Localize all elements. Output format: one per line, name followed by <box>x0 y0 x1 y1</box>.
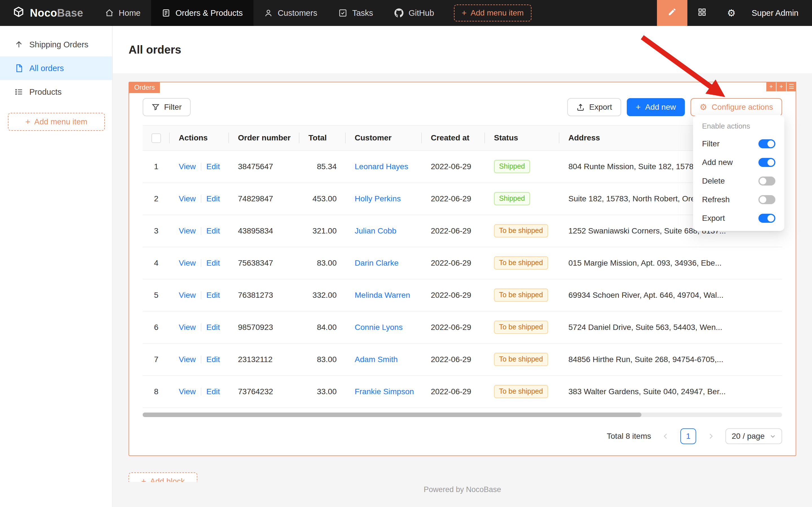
edit-link[interactable]: Edit <box>207 355 220 364</box>
dropdown-item-refresh[interactable]: Refresh <box>695 190 782 209</box>
brand: NocoBase <box>0 6 95 20</box>
block-menu-icon[interactable]: ☰ <box>787 82 796 91</box>
edit-link[interactable]: Edit <box>207 387 220 396</box>
customer-link[interactable]: Connie Lyons <box>355 323 403 332</box>
pagination: Total 8 items 1 20 / page <box>143 428 782 444</box>
status-badge: To be shipped <box>494 288 548 302</box>
table-row: 8 ViewEdit 73764232 33.00 Frankie Simpso… <box>143 376 782 408</box>
edit-link[interactable]: Edit <box>207 291 220 300</box>
orders-icon <box>162 9 170 17</box>
configure-actions-dropdown: Enable actions Filter Add new Delete Ref… <box>693 115 785 231</box>
status-badge: To be shipped <box>494 256 548 270</box>
filter-icon <box>152 103 160 111</box>
column-header-created-at: Created at <box>422 125 485 151</box>
customer-link[interactable]: Adam Smith <box>355 355 398 364</box>
add-new-button[interactable]: + Add new <box>627 98 685 116</box>
dropdown-item-add-new[interactable]: Add new <box>695 153 782 172</box>
filter-toggle[interactable] <box>758 139 775 148</box>
column-header-status: Status <box>485 125 559 151</box>
customer-link[interactable]: Julian Cobb <box>355 226 396 235</box>
view-link[interactable]: View <box>179 226 196 235</box>
plugins-grid-button[interactable] <box>687 0 717 26</box>
export-icon <box>576 103 585 111</box>
column-header-customer: Customer <box>346 125 422 151</box>
grid-icon <box>698 8 706 19</box>
refresh-toggle[interactable] <box>758 195 775 204</box>
horizontal-scrollbar[interactable] <box>143 412 782 417</box>
plus-icon: + <box>462 9 467 17</box>
export-toggle[interactable] <box>758 214 775 223</box>
plus-icon: + <box>25 118 31 126</box>
view-link[interactable]: View <box>179 162 196 171</box>
page-header: All orders <box>113 26 812 73</box>
column-header-order-number: Order number <box>229 125 299 151</box>
plus-icon: + <box>636 103 641 111</box>
table-row: 5 ViewEdit 76381273 332.00 Melinda Warre… <box>143 279 782 311</box>
sidebar-add-menu-item-button[interactable]: + Add menu item <box>8 113 105 131</box>
select-all-checkbox[interactable] <box>152 133 161 143</box>
table-row: 1 ViewEdit 38475647 85.34 Leonard Hayes … <box>143 151 782 183</box>
export-button[interactable]: Export <box>567 98 621 116</box>
delete-toggle[interactable] <box>758 176 775 185</box>
page-number-button[interactable]: 1 <box>680 428 696 444</box>
view-link[interactable]: View <box>179 323 196 332</box>
nav-item-orders-products[interactable]: Orders & Products <box>151 0 253 26</box>
gear-icon: ⚙ <box>727 7 736 19</box>
scrollbar-thumb[interactable] <box>143 412 641 417</box>
customer-link[interactable]: Leonard Hayes <box>355 162 408 171</box>
status-badge: To be shipped <box>494 353 548 366</box>
nav-item-customers[interactable]: Customers <box>253 0 328 26</box>
view-link[interactable]: View <box>179 387 196 396</box>
view-link[interactable]: View <box>179 291 196 300</box>
customers-icon <box>264 9 273 17</box>
next-page-button[interactable] <box>703 428 719 444</box>
customer-link[interactable]: Frankie Simpson <box>355 387 414 396</box>
dropdown-item-export[interactable]: Export <box>695 209 782 228</box>
sidebar-item-all-orders[interactable]: All orders <box>0 56 112 80</box>
table-row: 7 ViewEdit 23132112 83.00 Adam Smith 202… <box>143 343 782 376</box>
nocobase-logo <box>12 6 25 20</box>
view-link[interactable]: View <box>179 355 196 364</box>
chevron-down-icon <box>770 433 776 439</box>
customer-link[interactable]: Darin Clarke <box>355 259 399 267</box>
edit-link[interactable]: Edit <box>207 162 220 171</box>
dropdown-group-title: Enable actions <box>695 118 782 134</box>
view-link[interactable]: View <box>179 194 196 203</box>
dropdown-item-delete[interactable]: Delete <box>695 172 782 190</box>
nav-item-tasks[interactable]: Tasks <box>328 0 384 26</box>
filter-button[interactable]: Filter <box>143 98 190 116</box>
app-screen: NocoBase Home Orders & Products Customer… <box>0 0 812 507</box>
sidebar-item-products[interactable]: Products <box>0 80 112 104</box>
configure-actions-button[interactable]: ⚙ Configure actions <box>691 98 782 116</box>
current-user[interactable]: Super Admin <box>746 8 812 18</box>
edit-link[interactable]: Edit <box>207 194 220 203</box>
view-link[interactable]: View <box>179 259 196 268</box>
nav-item-github[interactable]: GitHub <box>384 0 445 26</box>
status-badge: Shipped <box>494 192 530 206</box>
ui-editor-button[interactable] <box>657 0 687 26</box>
add-new-toggle[interactable] <box>758 158 775 167</box>
customer-link[interactable]: Melinda Warren <box>355 291 410 299</box>
arrow-up-icon <box>15 40 23 49</box>
block-add-icon[interactable]: + <box>766 82 776 91</box>
prev-page-button[interactable] <box>658 428 674 444</box>
status-badge: To be shipped <box>494 385 548 398</box>
edit-link[interactable]: Edit <box>207 323 220 332</box>
navbar-add-menu-item-button[interactable]: + Add menu item <box>454 4 532 21</box>
table-header-row: Actions Order number Total Customer Crea… <box>143 125 782 151</box>
ui-editor-pen-icon <box>668 7 677 19</box>
dropdown-item-filter[interactable]: Filter <box>695 134 782 153</box>
brand-name: NocoBase <box>30 7 83 19</box>
settings-button[interactable]: ⚙ <box>717 0 746 26</box>
customer-link[interactable]: Holly Perkins <box>355 194 401 203</box>
page-title: All orders <box>128 44 181 56</box>
edit-link[interactable]: Edit <box>207 226 220 235</box>
add-block-button[interactable]: + Add block <box>128 472 197 482</box>
block-initializer-icon[interactable]: + <box>776 82 786 91</box>
sidebar-item-shipping-orders[interactable]: Shipping Orders <box>0 33 112 56</box>
page-size-select[interactable]: 20 / page <box>726 428 782 444</box>
table-toolbar: Filter Export + Add new <box>143 98 782 116</box>
edit-link[interactable]: Edit <box>207 259 220 268</box>
nav-item-home[interactable]: Home <box>95 0 151 26</box>
column-header-actions: Actions <box>170 125 229 151</box>
